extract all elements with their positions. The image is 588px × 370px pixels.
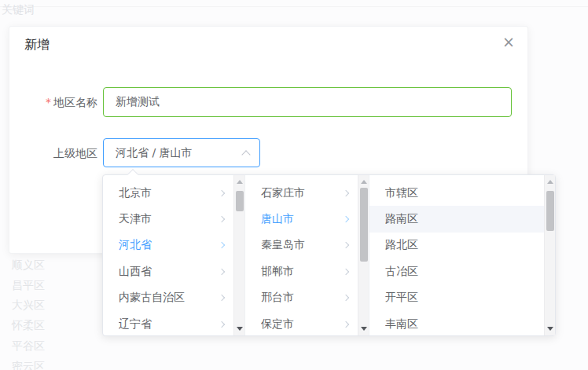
cascader-menu-items: 石家庄市唐山市秦皇岛市邯郸市邢台市保定市 <box>245 175 358 337</box>
region-name-value: 新增测试 <box>116 95 160 109</box>
dialog-title: 新增 <box>24 37 50 53</box>
cascader-option-label: 邢台市 <box>261 291 339 305</box>
scrollbar-thumb[interactable] <box>360 188 368 262</box>
background-region-row: 大兴区 <box>12 299 45 313</box>
chevron-right-icon <box>343 189 349 196</box>
cascader-option-label: 保定市 <box>261 317 339 332</box>
cascader-option[interactable]: 开平区 <box>369 285 544 311</box>
chevron-right-icon <box>219 189 225 196</box>
cascader-option[interactable]: 天津市 <box>103 206 233 232</box>
chevron-right-icon <box>219 295 225 301</box>
cascader-option-label: 山西省 <box>119 265 215 279</box>
chevron-right-icon <box>343 295 349 301</box>
scrollbar-track[interactable] <box>358 175 369 335</box>
background-region-row: 密云区 <box>12 360 45 370</box>
scrollbar-track[interactable] <box>544 175 555 335</box>
background-region-row: 昌平区 <box>12 279 45 293</box>
cascader-option[interactable]: 邯郸市 <box>245 258 358 284</box>
cascader-option[interactable]: 唐山市 <box>245 206 358 232</box>
scroll-up-arrow-icon[interactable] <box>361 180 367 184</box>
cascader-menu-items: 市辖区路南区路北区古冶区开平区丰南区 <box>369 175 544 337</box>
cascader-option[interactable]: 古冶区 <box>369 258 544 284</box>
cascader-option-label: 内蒙古自治区 <box>119 291 215 305</box>
scrollbar-thumb[interactable] <box>236 191 244 211</box>
cascader-option-label: 邯郸市 <box>261 265 339 279</box>
background-region-row: 怀柔区 <box>12 319 45 333</box>
cascader-menu-cities: 石家庄市唐山市秦皇岛市邯郸市邢台市保定市 <box>245 175 369 335</box>
background-search-placeholder: 关键词 <box>2 3 35 17</box>
cascader-option-label: 秦皇岛市 <box>261 238 339 252</box>
scroll-down-arrow-icon[interactable] <box>547 327 553 331</box>
region-name-label-text: 地区名称 <box>53 96 97 108</box>
cascader-menu-districts: 市辖区路南区路北区古冶区开平区丰南区 <box>369 175 555 335</box>
page: 关键词 北京市市辖区东城区西城区朝阳区丰台区石景山区海淀区门头沟区房山区通州区顺… <box>0 0 588 370</box>
background-region-row: 平谷区 <box>12 339 45 354</box>
chevron-right-icon <box>219 321 225 327</box>
chevron-right-icon <box>343 216 349 222</box>
cascader-option-label: 天津市 <box>119 212 215 226</box>
cascader-option[interactable]: 辽宁省 <box>103 311 233 337</box>
cascader-option[interactable]: 石家庄市 <box>245 180 358 206</box>
close-icon[interactable]: × <box>502 35 515 49</box>
cascader-option-label: 路南区 <box>385 212 535 226</box>
cascader-option[interactable]: 山西省 <box>103 258 233 284</box>
required-asterisk: * <box>46 96 51 108</box>
cascader-option-label: 路北区 <box>385 238 535 252</box>
parent-region-cascader-input[interactable]: 河北省 / 唐山市 <box>103 138 260 167</box>
region-name-input[interactable]: 新增测试 <box>103 87 512 117</box>
cascader-option-label: 唐山市 <box>261 212 339 226</box>
background-region-row: 顺义区 <box>12 258 45 273</box>
cascader-option[interactable]: 保定市 <box>245 311 358 337</box>
region-name-label: *地区名称 <box>9 96 97 110</box>
chevron-right-icon <box>219 216 225 222</box>
scroll-up-arrow-icon[interactable] <box>237 180 243 184</box>
cascader-option[interactable]: 丰南区 <box>369 311 544 337</box>
parent-region-label: 上级地区 <box>9 147 97 161</box>
cascader-option-label: 石家庄市 <box>261 186 339 200</box>
cascader-option[interactable]: 内蒙古自治区 <box>103 285 233 311</box>
cascader-option-label: 开平区 <box>385 291 535 305</box>
background-toolbar-divider <box>0 6 588 7</box>
cascader-option[interactable]: 路北区 <box>369 233 544 258</box>
cascader-option-label: 辽宁省 <box>119 317 215 332</box>
cascader-option[interactable]: 秦皇岛市 <box>245 233 358 258</box>
cascader-option-label: 河北省 <box>119 238 215 252</box>
parent-region-value: 河北省 / 唐山市 <box>116 146 193 160</box>
scroll-down-arrow-icon[interactable] <box>237 327 243 331</box>
chevron-right-icon <box>219 242 225 248</box>
chevron-right-icon <box>343 321 349 327</box>
chevron-up-icon <box>241 150 250 159</box>
cascader-option[interactable]: 邢台市 <box>245 285 358 311</box>
scrollbar-thumb[interactable] <box>546 191 554 231</box>
cascader-option[interactable]: 河北省 <box>103 233 233 258</box>
cascader-option-label: 丰南区 <box>385 317 535 332</box>
chevron-right-icon <box>343 269 349 275</box>
cascader-option-label: 市辖区 <box>385 186 535 200</box>
cascader-dropdown: 北京市天津市河北省山西省内蒙古自治区辽宁省石家庄市唐山市秦皇岛市邯郸市邢台市保定… <box>102 174 556 336</box>
scroll-down-arrow-icon[interactable] <box>361 327 367 331</box>
cascader-option[interactable]: 市辖区 <box>369 180 544 206</box>
cascader-menu-provinces: 北京市天津市河北省山西省内蒙古自治区辽宁省 <box>103 175 245 335</box>
cascader-option[interactable]: 路南区 <box>369 206 544 232</box>
cascader-option[interactable]: 北京市 <box>103 180 233 206</box>
parent-region-label-text: 上级地区 <box>53 147 97 159</box>
cascader-option-label: 古冶区 <box>385 265 535 279</box>
chevron-right-icon <box>343 242 349 248</box>
cascader-option-label: 北京市 <box>119 186 215 200</box>
scroll-up-arrow-icon[interactable] <box>547 180 553 184</box>
scrollbar-track[interactable] <box>233 175 244 335</box>
chevron-right-icon <box>219 269 225 275</box>
cascader-menu-items: 北京市天津市河北省山西省内蒙古自治区辽宁省 <box>103 175 233 337</box>
